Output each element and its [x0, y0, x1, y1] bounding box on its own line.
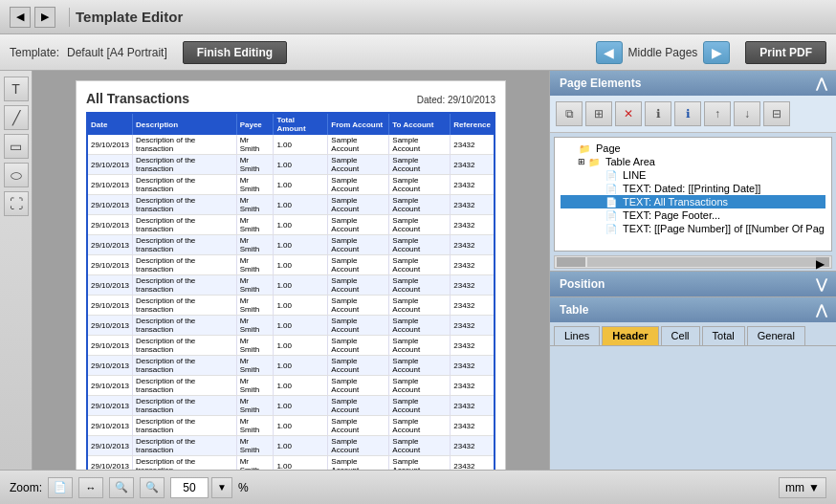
tree-item[interactable]: 📄TEXT: Page Footer... [561, 208, 825, 222]
tree-item[interactable]: 📄LINE [561, 168, 825, 182]
table-cell: Mr Smith [236, 235, 274, 255]
col-date: Date [87, 113, 133, 135]
page-elements-header[interactable]: Page Elements ⋀ [550, 71, 836, 96]
table-cell: Mr Smith [236, 296, 274, 316]
table-cell: 29/10/2013 [87, 396, 133, 416]
table-cell: Description of the transaction [133, 195, 237, 215]
tree-item[interactable]: 📄TEXT: [[Page Number]] of [[Number Of Pa… [561, 222, 825, 235]
info-button-1[interactable]: ℹ [645, 101, 671, 126]
tab-lines[interactable]: Lines [554, 326, 600, 345]
tree-item[interactable]: 📄TEXT: All Transactions [561, 195, 825, 208]
page-canvas: All Transactions Dated: 29/10/2013 Date … [76, 80, 506, 470]
table-cell: 1.00 [274, 336, 328, 356]
prev-page-button[interactable]: ◀ [596, 41, 623, 64]
finish-editing-button[interactable]: Finish Editing [183, 41, 287, 64]
table-cell: 1.00 [274, 155, 328, 175]
page-elements-section: Page Elements ⋀ ⧉ ⊞ ✕ ℹ ℹ ↑ ↓ ⊟ 📁Page⊞📁T… [550, 71, 836, 272]
move-up-button[interactable]: ↑ [704, 101, 731, 126]
table-row: 29/10/2013Description of the transaction… [87, 175, 495, 195]
text-tool-button[interactable]: T [4, 77, 29, 101]
unit-dropdown[interactable]: mm ▼ [779, 477, 826, 498]
tree-expand-icon[interactable]: ⊞ [578, 157, 585, 166]
move-down-button[interactable]: ↓ [734, 101, 760, 126]
lock-button[interactable]: ⊟ [763, 101, 790, 126]
table-row: 29/10/2013Description of the transaction… [87, 235, 495, 255]
table-cell: 29/10/2013 [87, 296, 133, 316]
zoom-out-button[interactable]: 🔍 [109, 477, 134, 498]
table-cell: Mr Smith [236, 215, 274, 235]
position-header[interactable]: Position ⋁ [550, 272, 836, 296]
table-cell: Sample Account [328, 336, 389, 356]
table-cell: Description of the transaction [133, 316, 237, 336]
tree-item[interactable]: 📁Page [561, 142, 825, 155]
line-tool-button[interactable]: ╱ [4, 105, 29, 130]
tab-total[interactable]: Total [702, 326, 745, 345]
table-cell: Sample Account [328, 296, 389, 316]
document-date: Dated: 29/10/2013 [417, 95, 495, 105]
table-cell: Sample Account [328, 316, 389, 336]
forward-button[interactable]: ▶ [34, 7, 55, 28]
table-cell: Mr Smith [236, 376, 274, 396]
table-cell: Description of the transaction [133, 175, 237, 195]
app-title: Template Editor [76, 9, 183, 25]
tab-cell[interactable]: Cell [661, 326, 700, 345]
canvas-scroll[interactable]: All Transactions Dated: 29/10/2013 Date … [33, 71, 549, 470]
zoom-in-button[interactable]: 🔍 [140, 477, 165, 498]
page-title-row: All Transactions Dated: 29/10/2013 [86, 91, 495, 106]
table-cell: 1.00 [274, 456, 328, 471]
table-cell: 1.00 [274, 235, 328, 255]
table-container: Date Description Payee Total Amount From… [86, 112, 495, 470]
zoom-new-button[interactable]: 📄 [48, 477, 73, 498]
unit-value: mm [785, 481, 804, 494]
title-bar: ◀ ▶ Template Editor [0, 0, 836, 34]
table-cell: 23432 [451, 175, 495, 195]
tree-item[interactable]: 📄TEXT: Dated: [[Printing Date]] [561, 182, 825, 195]
page-elements-collapse-icon: ⋀ [816, 76, 826, 91]
info-button-2[interactable]: ℹ [674, 101, 701, 126]
table-cell: Sample Account [328, 416, 389, 436]
tab-header[interactable]: Header [602, 326, 658, 345]
tree-item-icon: 📄 [605, 184, 617, 194]
table-cell: Mr Smith [236, 316, 274, 336]
table-cell: Sample Account [328, 456, 389, 471]
table-cell: 1.00 [274, 296, 328, 316]
page-elements-toolbar: ⧉ ⊞ ✕ ℹ ℹ ↑ ↓ ⊟ [550, 96, 836, 133]
table-cell: Sample Account [389, 215, 451, 235]
element-tree: 📁Page⊞📁Table Area📄LINE📄TEXT: Dated: [[Pr… [554, 137, 832, 252]
copy-button[interactable]: ⧉ [556, 101, 583, 126]
tree-scrollbar[interactable]: ▶ [554, 255, 832, 269]
left-toolbar: T ╱ ▭ ⬭ ⛶ [0, 71, 33, 470]
table-cell: 29/10/2013 [87, 316, 133, 336]
table-cell: 29/10/2013 [87, 376, 133, 396]
table-row: 29/10/2013Description of the transaction… [87, 416, 495, 436]
tree-item[interactable]: ⊞📁Table Area [561, 155, 825, 168]
table-header-panel[interactable]: Table ⋀ [550, 297, 836, 322]
position-title: Position [560, 277, 605, 291]
main-toolbar: Template: Default [A4 Portrait] Finish E… [0, 34, 836, 71]
middle-pages-label: Middle Pages [628, 46, 698, 59]
zoom-dropdown[interactable]: ▼ [211, 477, 232, 498]
table-cell: Mr Smith [236, 436, 274, 456]
zoom-fit-button[interactable]: ↔ [78, 477, 103, 498]
delete-button[interactable]: ✕ [615, 101, 642, 126]
col-total: Total Amount [274, 113, 328, 135]
table-cell: Sample Account [328, 275, 389, 296]
ellipse-tool-button[interactable]: ⬭ [4, 163, 29, 187]
table-cell: 29/10/2013 [87, 215, 133, 235]
table-cell: 23432 [451, 316, 495, 336]
template-value: Default [A4 Portrait] [67, 46, 167, 59]
back-button[interactable]: ◀ [10, 7, 31, 28]
tab-general[interactable]: General [747, 326, 805, 345]
table-cell: 23432 [451, 235, 495, 255]
rect-tool-button[interactable]: ▭ [4, 134, 29, 159]
template-label: Template: [10, 46, 59, 59]
zoom-input[interactable] [170, 477, 209, 498]
table-row: 29/10/2013Description of the transaction… [87, 296, 495, 316]
paste-button[interactable]: ⊞ [585, 101, 612, 126]
table-cell: Sample Account [328, 135, 389, 155]
image-tool-button[interactable]: ⛶ [4, 191, 29, 216]
print-pdf-button[interactable]: Print PDF [745, 41, 826, 64]
table-row: 29/10/2013Description of the transaction… [87, 195, 495, 215]
next-page-button[interactable]: ▶ [703, 41, 730, 64]
page-elements-title: Page Elements [560, 77, 641, 90]
